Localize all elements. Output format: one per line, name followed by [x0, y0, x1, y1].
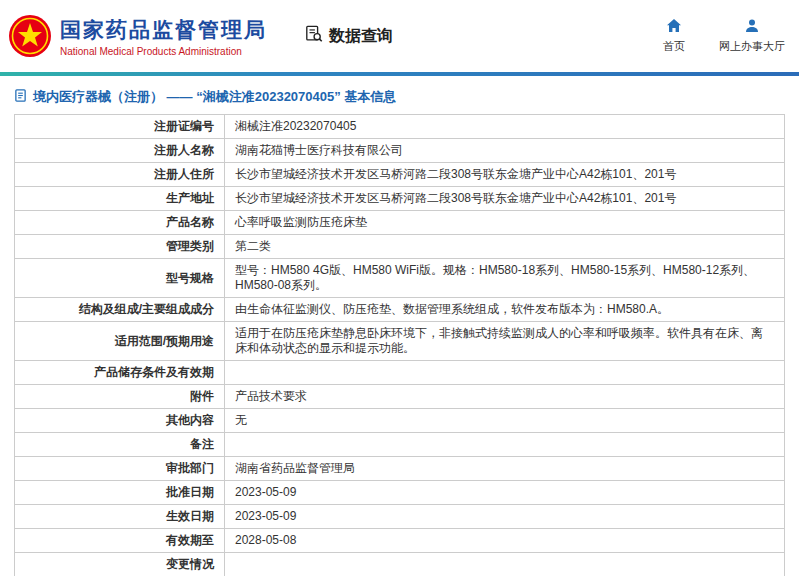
- home-icon: [666, 18, 682, 36]
- field-label: 其他内容: [15, 409, 225, 433]
- field-value: 湖南花猫博士医疗科技有限公司: [225, 139, 785, 163]
- field-value: 2028-05-08: [225, 529, 785, 553]
- field-value: 产品技术要求: [225, 385, 785, 409]
- table-row: 注册证编号 湘械注准20232070405: [15, 115, 785, 139]
- field-value: 湘械注准20232070405: [225, 115, 785, 139]
- field-value: [225, 433, 785, 457]
- breadcrumb-text: 境内医疗器械（注册） —— “湘械注准20232070405” 基本信息: [33, 88, 396, 106]
- table-row: 适用范围/预期用途 适用于在防压疮床垫静息卧床环境下，非接触式持续监测成人的心率…: [15, 322, 785, 361]
- field-label: 生产地址: [15, 187, 225, 211]
- table-row: 批准日期 2023-05-09: [15, 481, 785, 505]
- table-row: 注册人名称 湖南花猫博士医疗科技有限公司: [15, 139, 785, 163]
- device-info-table: 注册证编号 湘械注准20232070405 注册人名称 湖南花猫博士医疗科技有限…: [14, 114, 785, 576]
- field-label: 注册证编号: [15, 115, 225, 139]
- agency-brand: 国家药品监督管理局 National Medical Products Admi…: [8, 14, 267, 58]
- field-value: 由生命体征监测仪、防压疮垫、数据管理系统组成，软件发布版本为：HM580.A。: [225, 298, 785, 322]
- field-value: 长沙市望城经济技术开发区马桥河路二段308号联东金塘产业中心A42栋101、20…: [225, 187, 785, 211]
- field-value: 适用于在防压疮床垫静息卧床环境下，非接触式持续监测成人的心率和呼吸频率。软件具有…: [225, 322, 785, 361]
- agency-title-block: 国家药品监督管理局 National Medical Products Admi…: [60, 16, 267, 57]
- field-label: 变更情况: [15, 553, 225, 576]
- breadcrumb: 境内医疗器械（注册） —— “湘械注准20232070405” 基本信息: [14, 88, 785, 106]
- table-row: 有效期至 2028-05-08: [15, 529, 785, 553]
- table-row: 生效日期 2023-05-09: [15, 505, 785, 529]
- field-value: 湖南省药品监督管理局: [225, 457, 785, 481]
- nav-home-label: 首页: [663, 39, 685, 54]
- field-value: 长沙市望城经济技术开发区马桥河路二段308号联东金塘产业中心A42栋101、20…: [225, 163, 785, 187]
- field-value: 心率呼吸监测防压疮床垫: [225, 211, 785, 235]
- agency-name-cn: 国家药品监督管理局: [60, 16, 267, 44]
- field-label: 注册人名称: [15, 139, 225, 163]
- field-label: 生效日期: [15, 505, 225, 529]
- table-row: 注册人住所 长沙市望城经济技术开发区马桥河路二段308号联东金塘产业中心A42栋…: [15, 163, 785, 187]
- nav-home[interactable]: 首页: [663, 18, 685, 54]
- site-header: 国家药品监督管理局 National Medical Products Admi…: [0, 0, 799, 72]
- national-emblem-icon: [8, 14, 52, 58]
- field-label: 产品名称: [15, 211, 225, 235]
- table-row: 型号规格 型号：HM580 4G版、HM580 WiFi版。规格：HM580-1…: [15, 259, 785, 298]
- field-label: 注册人住所: [15, 163, 225, 187]
- table-row: 变更情况: [15, 553, 785, 576]
- field-value: [225, 361, 785, 385]
- nav-online-hall[interactable]: 网上办事大厅: [719, 18, 785, 54]
- table-row: 审批部门 湖南省药品监督管理局: [15, 457, 785, 481]
- field-label: 有效期至: [15, 529, 225, 553]
- top-nav: 首页 网上办事大厅: [663, 18, 785, 54]
- field-label: 产品储存条件及有效期: [15, 361, 225, 385]
- document-icon: [14, 89, 27, 105]
- table-row: 产品名称 心率呼吸监测防压疮床垫: [15, 211, 785, 235]
- field-value: 2023-05-09: [225, 481, 785, 505]
- field-label: 审批部门: [15, 457, 225, 481]
- field-value: [225, 553, 785, 576]
- nav-online-hall-label: 网上办事大厅: [719, 39, 785, 54]
- table-row: 附件 产品技术要求: [15, 385, 785, 409]
- field-label: 备注: [15, 433, 225, 457]
- table-row: 备注: [15, 433, 785, 457]
- table-row: 管理类别 第二类: [15, 235, 785, 259]
- field-value: 型号：HM580 4G版、HM580 WiFi版。规格：HM580-18系列、H…: [225, 259, 785, 298]
- data-query-icon: [305, 25, 323, 47]
- field-value: 第二类: [225, 235, 785, 259]
- header-divider: [0, 72, 799, 76]
- field-value: 无: [225, 409, 785, 433]
- field-label: 批准日期: [15, 481, 225, 505]
- agency-name-en: National Medical Products Administration: [60, 46, 267, 57]
- field-label: 结构及组成/主要组成成分: [15, 298, 225, 322]
- page-title-label: 数据查询: [329, 26, 393, 47]
- field-label: 管理类别: [15, 235, 225, 259]
- table-row: 结构及组成/主要组成成分 由生命体征监测仪、防压疮垫、数据管理系统组成，软件发布…: [15, 298, 785, 322]
- field-label: 适用范围/预期用途: [15, 322, 225, 361]
- field-value: 2023-05-09: [225, 505, 785, 529]
- user-icon: [744, 18, 760, 36]
- page-title: 数据查询: [305, 25, 393, 47]
- field-label: 附件: [15, 385, 225, 409]
- table-row: 产品储存条件及有效期: [15, 361, 785, 385]
- table-row: 其他内容 无: [15, 409, 785, 433]
- table-row: 生产地址 长沙市望城经济技术开发区马桥河路二段308号联东金塘产业中心A42栋1…: [15, 187, 785, 211]
- field-label: 型号规格: [15, 259, 225, 298]
